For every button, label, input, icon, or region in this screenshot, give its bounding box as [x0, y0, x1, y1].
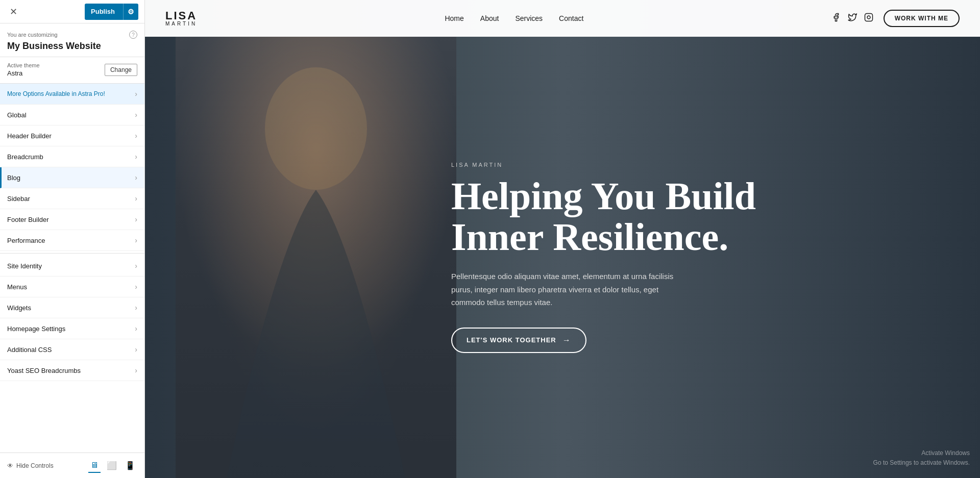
menu-item-menus[interactable]: Menus› — [0, 276, 144, 297]
site-nav: LISA MARTIN Home About Services Contact — [145, 0, 980, 37]
eye-icon: 👁 — [7, 462, 13, 469]
social-icons — [831, 13, 873, 24]
menu-item-label: Yoast SEO Breadcrumbs — [7, 367, 81, 374]
desktop-icon: 🖥 — [90, 461, 99, 469]
activate-line2: Go to Settings to activate Windows. — [873, 458, 970, 468]
arrow-icon: → — [562, 336, 571, 345]
customizing-row: You are customizing ? — [7, 31, 137, 39]
menu-item-footer-builder[interactable]: Footer Builder› — [0, 209, 144, 230]
change-theme-button[interactable]: Change — [105, 64, 137, 76]
menu-item-breadcrumb[interactable]: Breadcrumb› — [0, 146, 144, 167]
menu-item-label: Menus — [7, 283, 27, 291]
tablet-icon: ⬜ — [107, 461, 117, 470]
menu-item-global[interactable]: Global› — [0, 105, 144, 125]
publish-gear-icon[interactable]: ⚙ — [123, 4, 138, 20]
customizing-label: You are customizing — [7, 32, 58, 38]
chevron-icon: › — [135, 173, 137, 182]
menu-item-label: Homepage Settings — [7, 325, 65, 333]
facebook-icon[interactable] — [831, 13, 841, 24]
hide-controls-label: Hide Controls — [16, 462, 54, 469]
menu-list: More Options Available in Astra Pro! › G… — [0, 84, 144, 452]
chevron-icon: › — [135, 283, 137, 291]
menu-item-label: Header Builder — [7, 132, 52, 140]
chevron-icon: › — [135, 345, 137, 354]
menu-item-label: Blog — [7, 174, 20, 182]
chevron-icon: › — [135, 153, 137, 161]
menu-item-label: Footer Builder — [7, 216, 49, 223]
menu-item-sidebar[interactable]: Sidebar› — [0, 188, 144, 209]
hero-content: LISA MARTIN Helping You Build Inner Resi… — [145, 37, 980, 478]
mobile-device-button[interactable]: 📱 — [123, 459, 137, 473]
menu-item-label: Breadcrumb — [7, 153, 43, 161]
work-with-me-button[interactable]: WORK WITH ME — [884, 10, 960, 27]
menu-item-header-builder[interactable]: Header Builder› — [0, 125, 144, 146]
menu-item-homepage-settings[interactable]: Homepage Settings› — [0, 318, 144, 339]
site-logo: LISA MARTIN — [165, 10, 197, 27]
menu-item-site-identity[interactable]: Site Identity› — [0, 256, 144, 276]
menu-item-label: Widgets — [7, 304, 31, 312]
help-icon[interactable]: ? — [129, 31, 137, 39]
nav-services[interactable]: Services — [515, 14, 543, 22]
twitter-icon[interactable] — [848, 13, 857, 24]
customizer-panel: ✕ Publish ⚙ You are customizing ? My Bus… — [0, 0, 145, 478]
desktop-device-button[interactable]: 🖥 — [88, 459, 101, 473]
theme-info: Active theme Astra — [7, 62, 40, 77]
nav-links: Home About Services Contact — [445, 14, 583, 22]
instagram-icon[interactable] — [864, 13, 873, 24]
promo-item[interactable]: More Options Available in Astra Pro! › — [0, 84, 144, 105]
theme-name: Astra — [7, 69, 40, 77]
tablet-device-button[interactable]: ⬜ — [105, 459, 119, 473]
panel-footer: 👁 Hide Controls 🖥 ⬜ 📱 — [0, 452, 144, 478]
close-button[interactable]: ✕ — [6, 5, 20, 19]
menu-item-label: Performance — [7, 237, 45, 244]
menu-item-widgets[interactable]: Widgets› — [0, 297, 144, 318]
hero-cta-label: LET'S WORK TOGETHER — [467, 336, 556, 344]
hero-cta-button[interactable]: LET'S WORK TOGETHER → — [451, 328, 586, 353]
theme-section: Active theme Astra Change — [0, 57, 144, 84]
menu-items-container: Global›Header Builder›Breadcrumb›Blog›Si… — [0, 105, 144, 381]
active-theme-label: Active theme — [7, 62, 40, 68]
hide-controls-button[interactable]: 👁 Hide Controls — [7, 462, 54, 469]
promo-chevron-icon: › — [135, 90, 137, 98]
mobile-icon: 📱 — [125, 461, 135, 470]
activate-line1: Activate Windows — [873, 448, 970, 458]
website-preview: LISA MARTIN Home About Services Contact — [145, 0, 980, 478]
nav-contact[interactable]: Contact — [559, 14, 583, 22]
device-buttons: 🖥 ⬜ 📱 — [88, 459, 137, 473]
site-name: My Business Website — [7, 41, 137, 52]
preview-area: LISA MARTIN Home About Services Contact — [145, 0, 980, 478]
hero-heading: Helping You Build Inner Resilience. — [451, 176, 798, 258]
chevron-icon: › — [135, 236, 137, 244]
customizing-section: You are customizing ? My Business Websit… — [0, 23, 144, 57]
menu-item-additional-css[interactable]: Additional CSS› — [0, 339, 144, 360]
logo-sub: MARTIN — [165, 21, 197, 27]
menu-item-performance[interactable]: Performance› — [0, 230, 144, 251]
nav-about[interactable]: About — [480, 14, 499, 22]
chevron-icon: › — [135, 304, 137, 312]
menu-item-label: Additional CSS — [7, 346, 52, 354]
chevron-icon: › — [135, 215, 137, 223]
chevron-icon: › — [135, 366, 137, 374]
menu-item-yoast-seo-breadcrumbs[interactable]: Yoast SEO Breadcrumbs› — [0, 360, 144, 381]
menu-item-blog[interactable]: Blog› — [0, 167, 144, 188]
menu-item-label: Sidebar — [7, 195, 30, 203]
publish-button[interactable]: Publish ⚙ — [85, 4, 138, 20]
svg-rect-2 — [865, 14, 872, 21]
chevron-icon: › — [135, 132, 137, 140]
close-icon: ✕ — [10, 6, 17, 17]
menu-item-label: Site Identity — [7, 262, 42, 270]
publish-label: Publish — [85, 8, 123, 15]
chevron-icon: › — [135, 324, 137, 333]
menu-item-label: Global — [7, 111, 27, 119]
chevron-icon: › — [135, 111, 137, 119]
chevron-icon: › — [135, 262, 137, 270]
panel-header: ✕ Publish ⚙ — [0, 0, 144, 23]
nav-right: WORK WITH ME — [831, 10, 960, 27]
hero-text: LISA MARTIN Helping You Build Inner Resi… — [451, 162, 798, 353]
hero-tag: LISA MARTIN — [451, 162, 798, 168]
nav-home[interactable]: Home — [445, 14, 463, 22]
hero-body: Pellentesque odio aliquam vitae amet, el… — [451, 270, 681, 309]
promo-label: More Options Available in Astra Pro! — [7, 90, 105, 97]
menu-divider — [0, 253, 144, 254]
chevron-icon: › — [135, 194, 137, 203]
